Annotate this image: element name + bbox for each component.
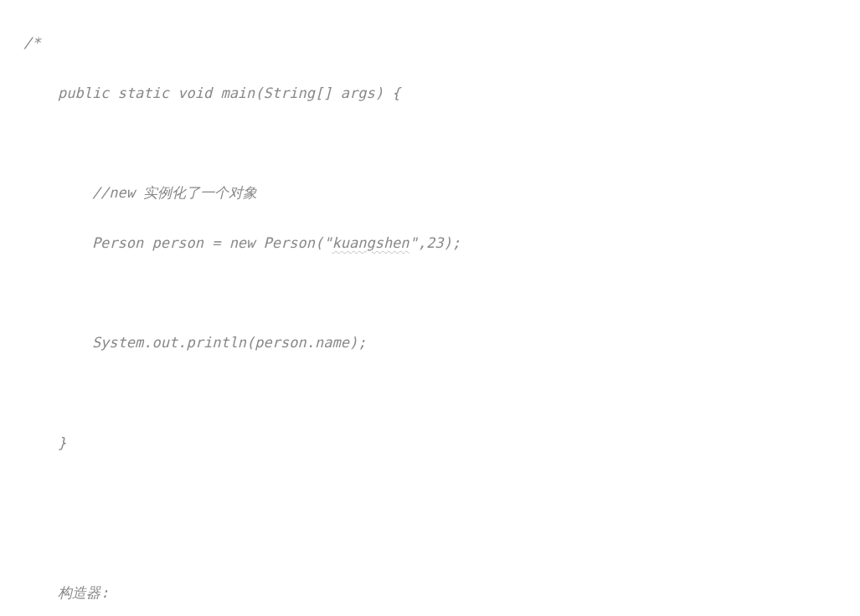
editor-gutter xyxy=(0,0,23,616)
code-text: Person person = new Person(" xyxy=(23,234,332,251)
code-line: //new 实例化了一个对象 xyxy=(23,180,860,205)
code-line xyxy=(23,530,860,555)
code-line: 构造器: xyxy=(23,580,860,605)
code-text: ",23); xyxy=(409,234,461,251)
code-editor[interactable]: /* public static void main(String[] args… xyxy=(0,0,860,616)
code-line xyxy=(23,480,860,506)
code-line xyxy=(23,280,860,305)
code-line: } xyxy=(23,430,860,455)
code-line: System.out.println(person.name); xyxy=(23,330,860,355)
code-line: public static void main(String[] args) { xyxy=(23,80,860,105)
code-line: Person person = new Person("kuangshen",2… xyxy=(23,230,860,255)
code-line xyxy=(23,130,860,155)
code-line xyxy=(23,380,860,405)
typo-underline: kuangshen xyxy=(332,234,409,251)
code-line: /* xyxy=(23,30,860,55)
